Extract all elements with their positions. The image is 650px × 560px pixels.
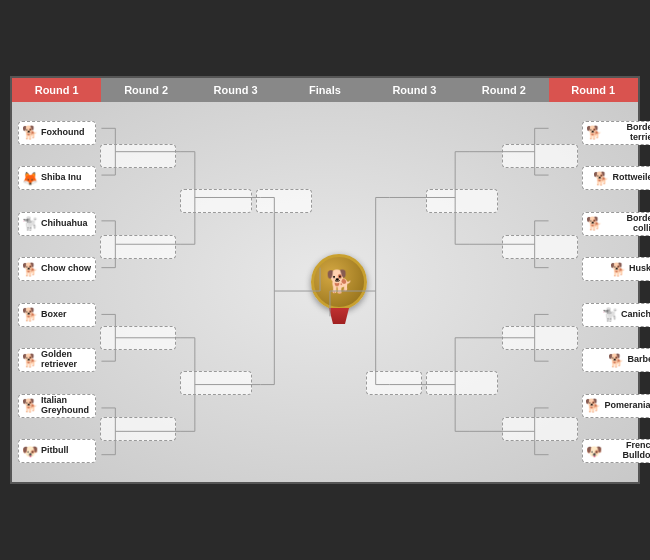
dog-icon-caniche: 🐩: [602, 307, 618, 322]
header-round3-right: Round 3: [370, 78, 459, 102]
bracket-body: 🐕Foxhound 🦊Shiba Inu 🐩Chihuahua 🐕Chow ch…: [12, 102, 638, 482]
right-r1-slot-3[interactable]: Border collie🐕: [582, 212, 650, 236]
left-r3-slot-2[interactable]: [180, 371, 252, 395]
dog-icon-shibainu: 🦊: [22, 171, 38, 186]
left-r1-slot-2[interactable]: 🦊Shiba Inu: [18, 166, 96, 190]
dog-icon-rottweiler: 🐕: [593, 171, 609, 186]
dog-icon-pitbull: 🐶: [22, 444, 38, 459]
dog-icon-pomeranian: 🐕: [585, 398, 601, 413]
left-r1-slot-4[interactable]: 🐕Chow chow: [18, 257, 96, 281]
right-r3-slot-1[interactable]: [426, 189, 498, 213]
center-medal: 🐕: [314, 108, 364, 476]
left-r1-slot-7[interactable]: 🐕Italian Greyhound: [18, 394, 96, 418]
left-r2-slot-1[interactable]: [100, 144, 176, 168]
right-r1-slot-2[interactable]: Rottweiler🐕: [582, 166, 650, 190]
dog-icon-husky: 🐕: [610, 262, 626, 277]
right-r1-slot-5[interactable]: Caniche🐩: [582, 303, 650, 327]
bracket-container: Round 1 Round 2 Round 3 Finals Round 3 R…: [10, 76, 640, 484]
left-r2: [98, 108, 178, 476]
header-round1-left: Round 1: [12, 78, 101, 102]
header-round2-left: Round 2: [101, 78, 190, 102]
left-r1-slot-5[interactable]: 🐕Boxer: [18, 303, 96, 327]
dog-icon-boxer: 🐕: [22, 307, 38, 322]
finals-right-slot[interactable]: [366, 371, 422, 395]
left-r1-slot-3[interactable]: 🐩Chihuahua: [18, 212, 96, 236]
left-finals: [254, 108, 314, 476]
right-r2-slot-1[interactable]: [502, 144, 578, 168]
dog-icon-frenchbulldog: 🐶: [586, 444, 602, 459]
right-r2: [500, 108, 580, 476]
header-round3-left: Round 3: [191, 78, 280, 102]
right-r1-slot-7[interactable]: Pomeranian🐕: [582, 394, 650, 418]
left-r3-slot-1[interactable]: [180, 189, 252, 213]
left-r2-slot-2[interactable]: [100, 235, 176, 259]
header-row: Round 1 Round 2 Round 3 Finals Round 3 R…: [12, 78, 638, 102]
medal-dog-icon: 🐕: [326, 269, 353, 295]
right-r2-slot-2[interactable]: [502, 235, 578, 259]
finals-left-slot[interactable]: [256, 189, 312, 213]
left-r1: 🐕Foxhound 🦊Shiba Inu 🐩Chihuahua 🐕Chow ch…: [16, 108, 98, 476]
left-r1-slot-1[interactable]: 🐕Foxhound: [18, 121, 96, 145]
medal: 🐕: [311, 254, 367, 310]
left-r2-slot-4[interactable]: [100, 417, 176, 441]
dog-icon-chowchow: 🐕: [22, 262, 38, 277]
left-r3: [178, 108, 254, 476]
dog-icon-borderterrier: 🐕: [586, 125, 602, 140]
left-r1-slot-8[interactable]: 🐶Pitbull: [18, 439, 96, 463]
right-r2-slot-4[interactable]: [502, 417, 578, 441]
header-finals: Finals: [280, 78, 369, 102]
right-r3-slot-2[interactable]: [426, 371, 498, 395]
header-round1-right: Round 1: [549, 78, 638, 102]
left-r2-slot-3[interactable]: [100, 326, 176, 350]
dog-icon-chihuahua: 🐩: [22, 216, 38, 231]
dog-icon-foxhound: 🐕: [22, 125, 38, 140]
dog-icon-goldenretriever: 🐕: [22, 353, 38, 368]
medal-ribbon: [329, 308, 349, 324]
left-r1-slot-6[interactable]: 🐕Golden retriever: [18, 348, 96, 372]
right-r1: Border terrier🐕 Rottweiler🐕 Border colli…: [580, 108, 650, 476]
right-r1-slot-6[interactable]: Barbet🐕: [582, 348, 650, 372]
dog-icon-bordercollie: 🐕: [586, 216, 602, 231]
right-finals: [364, 108, 424, 476]
right-r3: [424, 108, 500, 476]
right-r2-slot-3[interactable]: [502, 326, 578, 350]
dog-icon-barbet: 🐕: [608, 353, 624, 368]
right-r1-slot-8[interactable]: French Bulldog🐶: [582, 439, 650, 463]
right-r1-slot-1[interactable]: Border terrier🐕: [582, 121, 650, 145]
right-r1-slot-4[interactable]: Husky🐕: [582, 257, 650, 281]
dog-icon-italiangreyhound: 🐕: [22, 398, 38, 413]
header-round2-right: Round 2: [459, 78, 548, 102]
